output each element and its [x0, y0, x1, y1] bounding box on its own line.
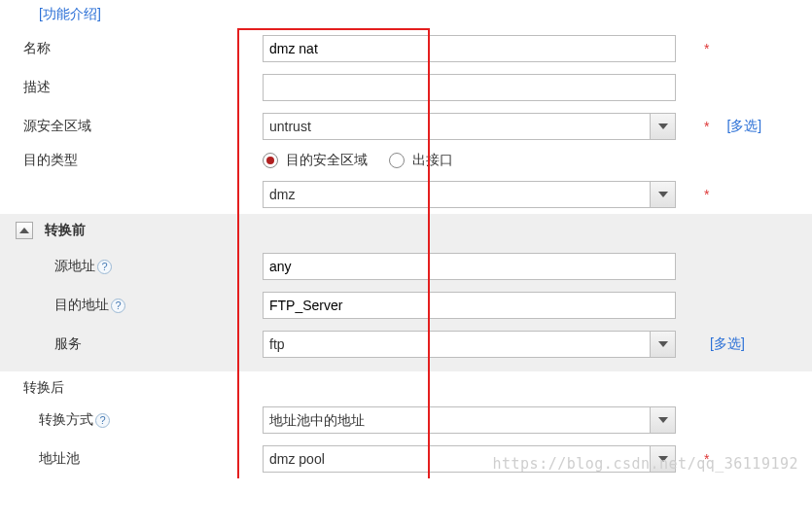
feature-intro-link[interactable]: [功能介绍]: [0, 0, 812, 29]
help-icon[interactable]: ?: [111, 299, 125, 313]
src-addr-input[interactable]: [263, 253, 676, 280]
chevron-up-icon: [19, 228, 29, 233]
required-mark: *: [698, 41, 715, 56]
dest-zone-select[interactable]: dmz: [263, 181, 676, 208]
help-icon[interactable]: ?: [95, 413, 110, 428]
required-mark: *: [698, 451, 715, 467]
desc-input[interactable]: [263, 74, 676, 101]
src-zone-value: untrust: [263, 113, 676, 140]
row-src-zone: 源安全区域 untrust * [多选]: [0, 107, 812, 146]
chevron-down-icon: [658, 341, 668, 347]
section-before-conversion: 转换前: [0, 214, 812, 247]
conv-mode-dropdown-btn[interactable]: [650, 407, 675, 433]
row-addr-pool: 地址池 dmz pool *: [0, 440, 812, 478]
src-zone-dropdown-btn[interactable]: [650, 114, 675, 139]
multi-select-link[interactable]: [多选]: [715, 118, 761, 135]
label-dest-addr: 目的地址?: [0, 297, 263, 314]
service-select[interactable]: ftp: [263, 331, 676, 358]
label-service: 服务: [0, 335, 263, 353]
chevron-down-icon: [658, 192, 668, 197]
chevron-down-icon: [658, 456, 668, 462]
dest-addr-input[interactable]: [263, 292, 676, 319]
row-dest-type: 目的类型 目的安全区域 出接口: [0, 146, 812, 175]
radio-label-out-if: 出接口: [412, 152, 453, 169]
conv-mode-value: 地址池中的地址: [263, 406, 676, 434]
label-src-zone: 源安全区域: [0, 118, 263, 135]
chevron-down-icon: [658, 123, 668, 129]
row-name: 名称 *: [0, 29, 812, 68]
conv-mode-select[interactable]: 地址池中的地址: [263, 406, 676, 434]
row-src-addr: 源地址?: [0, 247, 812, 286]
row-dest-zone-value: dmz *: [0, 175, 812, 214]
multi-select-link[interactable]: [多选]: [698, 335, 745, 353]
section-title-before: 转换前: [45, 222, 86, 239]
row-service: 服务 ftp [多选]: [0, 325, 812, 371]
service-value: ftp: [263, 331, 676, 358]
src-zone-select[interactable]: untrust: [263, 113, 676, 140]
addr-pool-dropdown-btn[interactable]: [650, 446, 675, 472]
dest-zone-value: dmz: [263, 181, 676, 208]
required-mark: *: [698, 187, 715, 202]
label-dest-type: 目的类型: [0, 152, 263, 169]
service-dropdown-btn[interactable]: [650, 332, 675, 357]
addr-pool-value: dmz pool: [263, 445, 676, 473]
row-conv-mode: 转换方式? 地址池中的地址: [0, 401, 812, 440]
label-addr-pool: 地址池: [0, 450, 263, 468]
chevron-down-icon: [658, 417, 668, 423]
addr-pool-select[interactable]: dmz pool: [263, 445, 676, 473]
radio-icon-unchecked: [389, 153, 405, 168]
label-name: 名称: [0, 40, 263, 57]
required-mark: *: [698, 119, 715, 134]
section-after-conversion: 转换后: [0, 371, 812, 401]
collapse-button[interactable]: [16, 222, 33, 239]
dest-zone-dropdown-btn[interactable]: [650, 182, 675, 207]
radio-label-dest-zone: 目的安全区域: [286, 152, 368, 169]
row-dest-addr: 目的地址?: [0, 286, 812, 325]
radio-icon-checked: [263, 153, 278, 168]
label-desc: 描述: [0, 79, 263, 96]
radio-out-interface[interactable]: 出接口: [389, 152, 453, 169]
radio-dest-zone[interactable]: 目的安全区域: [263, 152, 368, 169]
name-input[interactable]: [263, 35, 676, 62]
label-conv-mode: 转换方式?: [0, 411, 263, 429]
row-desc: 描述: [0, 68, 812, 107]
label-src-addr: 源地址?: [0, 258, 263, 275]
help-icon[interactable]: ?: [97, 260, 112, 274]
